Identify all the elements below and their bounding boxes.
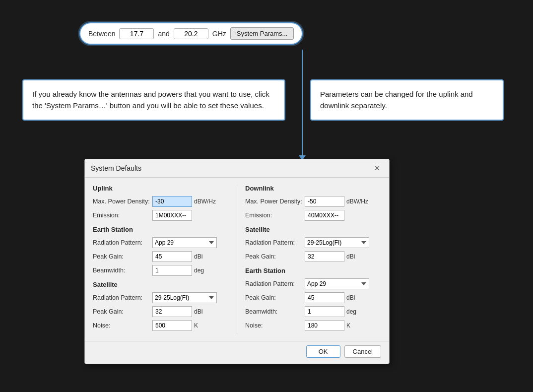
downlink-section-title: Downlink [245,185,381,192]
system-defaults-dialog: System Defaults ✕ Uplink Max. Power Dens… [84,159,390,364]
dialog-footer: OK Cancel [85,341,389,364]
downlink-max-power-input[interactable] [305,196,344,207]
uplink-sat-peak-gain-input[interactable] [152,306,192,317]
uplink-max-power-unit: dBW/Hz [194,198,216,205]
uplink-column: Uplink Max. Power Density: dBW/Hz Emissi… [93,185,237,334]
uplink-es-beamwidth-row: Beamwidth: deg [93,265,229,276]
downlink-sat-radiation-select[interactable]: 29-25Log(FI) App 29 Other [305,237,369,248]
downlink-emission-input[interactable] [305,210,344,221]
downlink-sat-peak-gain-input[interactable] [305,251,344,262]
system-params-button[interactable]: System Params... [230,27,294,40]
downlink-column: Downlink Max. Power Density: dBW/Hz Emis… [237,185,381,334]
downlink-max-power-unit: dBW/Hz [346,198,368,205]
uplink-es-beamwidth-unit: deg [194,267,204,274]
freq-unit: GHz [212,30,226,38]
uplink-sat-noise-input[interactable] [152,320,192,331]
uplink-section-title: Uplink [93,185,229,192]
uplink-es-peak-gain-unit: dBi [194,253,202,260]
downlink-es-peak-gain-row: Peak Gain: dBi [245,292,381,303]
uplink-sat-peak-gain-unit: dBi [194,308,202,315]
uplink-es-beamwidth-input[interactable] [152,265,192,276]
downlink-sat-peak-gain-label: Peak Gain: [245,253,305,260]
downlink-emission-label: Emission: [245,212,305,219]
downlink-sat-peak-gain-unit: dBi [346,253,355,260]
downlink-es-radiation-select[interactable]: App 29 Appendix 8 Other [305,278,369,289]
uplink-sat-noise-row: Noise: K [93,320,229,331]
downlink-es-noise-row: Noise: K [245,320,381,331]
uplink-es-peak-gain-input[interactable] [152,251,192,262]
uplink-earth-station-title: Earth Station [93,226,229,233]
downlink-es-peak-gain-unit: dBi [346,294,355,301]
dialog-body: Uplink Max. Power Density: dBW/Hz Emissi… [85,178,389,339]
uplink-es-radiation-label: Radiation Pattern: [93,239,152,246]
between-label: Between [88,30,115,38]
uplink-sat-radiation-label: Radiation Pattern: [93,294,152,301]
uplink-satellite-title: Satellite [93,281,229,288]
uplink-es-peak-gain-row: Peak Gain: dBi [93,251,229,262]
downlink-sat-radiation-label: Radiation Pattern: [245,239,305,246]
downlink-es-beamwidth-unit: deg [346,308,356,315]
tooltip-left-text: If you already know the antennas and pow… [32,90,269,110]
freq2-input[interactable] [174,28,208,39]
downlink-satellite-title: Satellite [245,226,381,233]
tooltip-left: If you already know the antennas and pow… [22,79,285,121]
arrow-connector [302,50,303,156]
downlink-emission-row: Emission: [245,210,381,221]
freq1-input[interactable] [119,28,154,39]
uplink-max-power-label: Max. Power Density: [93,198,152,205]
uplink-sat-peak-gain-row: Peak Gain: dBi [93,306,229,317]
downlink-sat-radiation-row: Radiation Pattern: 29-25Log(FI) App 29 O… [245,237,381,248]
downlink-es-peak-gain-input[interactable] [305,292,344,303]
uplink-sat-radiation-select[interactable]: 29-25Log(FI) App 29 Other [152,292,217,303]
downlink-max-power-label: Max. Power Density: [245,198,305,205]
downlink-es-radiation-label: Radiation Pattern: [245,280,305,287]
tooltip-right: Parameters can be changed for the uplink… [310,79,504,121]
downlink-es-noise-label: Noise: [245,322,305,329]
dialog-titlebar: System Defaults ✕ [85,159,389,178]
uplink-emission-label: Emission: [93,212,152,219]
downlink-earth-station-title: Earth Station [245,267,381,274]
tooltip-right-text: Parameters can be changed for the uplink… [320,90,473,110]
uplink-max-power-input[interactable] [152,196,192,207]
uplink-emission-input[interactable] [152,210,192,221]
uplink-emission-row: Emission: [93,210,229,221]
and-label: and [158,30,169,38]
uplink-sat-radiation-row: Radiation Pattern: 29-25Log(FI) App 29 O… [93,292,229,303]
downlink-es-beamwidth-input[interactable] [305,306,344,317]
frequency-bar: Between and GHz System Params... [79,22,303,45]
uplink-sat-noise-label: Noise: [93,322,152,329]
dialog-close-button[interactable]: ✕ [371,163,383,173]
downlink-max-power-row: Max. Power Density: dBW/Hz [245,196,381,207]
cancel-button[interactable]: Cancel [344,345,381,358]
downlink-es-noise-unit: K [346,322,350,329]
uplink-sat-peak-gain-label: Peak Gain: [93,308,152,315]
downlink-es-peak-gain-label: Peak Gain: [245,294,305,301]
dialog-title: System Defaults [91,164,141,172]
ok-button[interactable]: OK [306,345,340,358]
uplink-es-beamwidth-label: Beamwidth: [93,267,152,274]
downlink-es-beamwidth-label: Beamwidth: [245,308,305,315]
uplink-es-radiation-select[interactable]: App 29 Appendix 8 Other [152,237,217,248]
uplink-sat-noise-unit: K [194,322,198,329]
downlink-es-noise-input[interactable] [305,320,344,331]
uplink-es-radiation-row: Radiation Pattern: App 29 Appendix 8 Oth… [93,237,229,248]
downlink-es-beamwidth-row: Beamwidth: deg [245,306,381,317]
downlink-sat-peak-gain-row: Peak Gain: dBi [245,251,381,262]
uplink-es-peak-gain-label: Peak Gain: [93,253,152,260]
uplink-max-power-row: Max. Power Density: dBW/Hz [93,196,229,207]
downlink-es-radiation-row: Radiation Pattern: App 29 Appendix 8 Oth… [245,278,381,289]
